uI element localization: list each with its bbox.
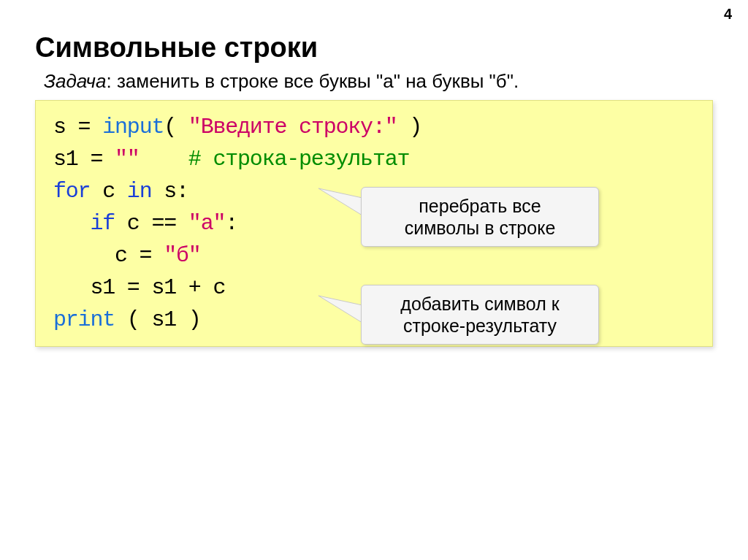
callout-2-line-2: строке-результату: [375, 315, 585, 337]
page-number: 4: [724, 6, 732, 23]
code-line-1: s = input( "Введите строку:" ): [53, 111, 695, 143]
callout-1: перебрать все символы в строке: [361, 187, 599, 247]
code-line-2: s1 = "" # строка-результат: [53, 143, 695, 175]
callout-1-line-2: символы в строке: [375, 217, 585, 239]
svg-marker-1: [318, 296, 362, 323]
task-text: Задача: заменить в строке все буквы "а" …: [44, 70, 519, 93]
svg-marker-0: [318, 188, 362, 215]
task-label: Задача: [44, 70, 106, 92]
callout-1-line-1: перебрать все: [375, 195, 585, 217]
callout-2-line-1: добавить символ к: [375, 293, 585, 315]
callout-2: добавить символ к строке-результату: [361, 285, 599, 345]
page-title: Символьные строки: [35, 32, 318, 64]
task-rest: : заменить в строке все буквы "а" на бук…: [106, 70, 519, 92]
